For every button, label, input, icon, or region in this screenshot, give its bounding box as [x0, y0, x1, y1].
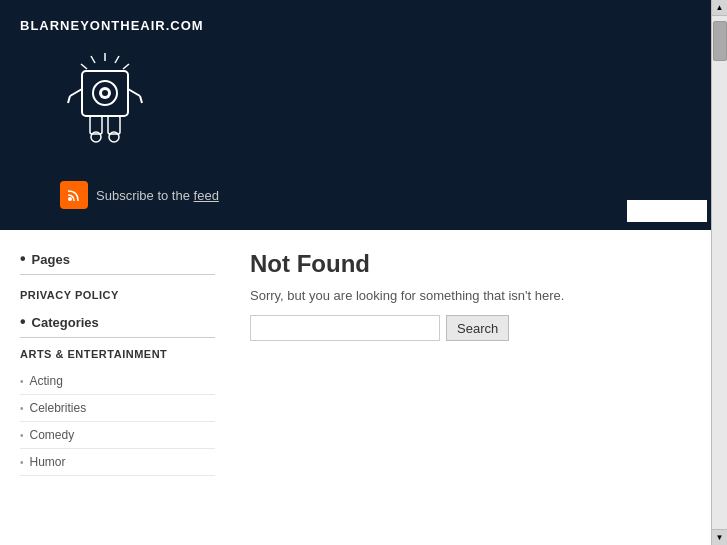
- subscribe-bar: Subscribe to the feed: [20, 171, 707, 209]
- category-list: Acting Celebrities Comedy Humor: [20, 368, 215, 476]
- search-input[interactable]: [250, 315, 440, 341]
- svg-line-12: [140, 96, 142, 103]
- scroll-track: [712, 16, 728, 529]
- mascot-area: [20, 41, 707, 171]
- category-celebrities-link[interactable]: Celebrities: [30, 401, 87, 415]
- svg-point-8: [102, 90, 108, 96]
- svg-line-1: [115, 56, 119, 63]
- pages-divider: [20, 274, 215, 275]
- list-item: Celebrities: [20, 395, 215, 422]
- not-found-description: Sorry, but you are looking for something…: [250, 288, 697, 303]
- svg-line-11: [128, 89, 140, 96]
- pages-label: Pages: [32, 252, 70, 267]
- right-scrollbar[interactable]: ▲ ▼: [711, 0, 727, 545]
- feed-link[interactable]: feed: [194, 188, 219, 203]
- search-form: Search: [250, 315, 697, 341]
- main-content: Not Found Sorry, but you are looking for…: [230, 230, 727, 545]
- subscribe-label: Subscribe to the: [96, 188, 190, 203]
- site-header: BLARNEYONTHEAIR.COM: [0, 0, 727, 230]
- list-item: Comedy: [20, 422, 215, 449]
- list-item: Humor: [20, 449, 215, 476]
- mascot-illustration: [60, 51, 150, 161]
- scroll-down-button[interactable]: ▼: [712, 529, 728, 545]
- sidebar-categories-heading: Categories: [20, 313, 215, 331]
- main-layout: Pages PRIVACY POLICY Categories ARTS & E…: [0, 230, 727, 545]
- site-title: BLARNEYONTHEAIR.COM: [20, 10, 707, 41]
- scroll-up-button[interactable]: ▲: [712, 0, 728, 16]
- not-found-title: Not Found: [250, 250, 697, 278]
- category-humor-link[interactable]: Humor: [30, 455, 66, 469]
- rss-svg: [66, 187, 82, 203]
- categories-divider: [20, 337, 215, 338]
- privacy-policy-link[interactable]: PRIVACY POLICY: [20, 285, 215, 305]
- list-item: Acting: [20, 368, 215, 395]
- sidebar-pages-heading: Pages: [20, 250, 215, 268]
- sidebar: Pages PRIVACY POLICY Categories ARTS & E…: [0, 230, 230, 545]
- arts-entertainment-header: ARTS & ENTERTAINMENT: [20, 348, 215, 360]
- category-acting-link[interactable]: Acting: [30, 374, 63, 388]
- subscribe-text: Subscribe to the feed: [96, 188, 219, 203]
- svg-line-4: [81, 64, 87, 69]
- category-comedy-link[interactable]: Comedy: [30, 428, 75, 442]
- svg-line-3: [91, 56, 95, 63]
- page-wrapper: BLARNEYONTHEAIR.COM: [0, 0, 727, 545]
- scroll-thumb[interactable]: [713, 21, 727, 61]
- rss-icon[interactable]: [60, 181, 88, 209]
- svg-point-17: [68, 197, 72, 201]
- search-button[interactable]: Search: [446, 315, 509, 341]
- header-search-box: [627, 200, 707, 222]
- svg-line-10: [68, 96, 70, 103]
- svg-line-2: [123, 64, 129, 69]
- svg-line-9: [70, 89, 82, 96]
- categories-label: Categories: [32, 315, 99, 330]
